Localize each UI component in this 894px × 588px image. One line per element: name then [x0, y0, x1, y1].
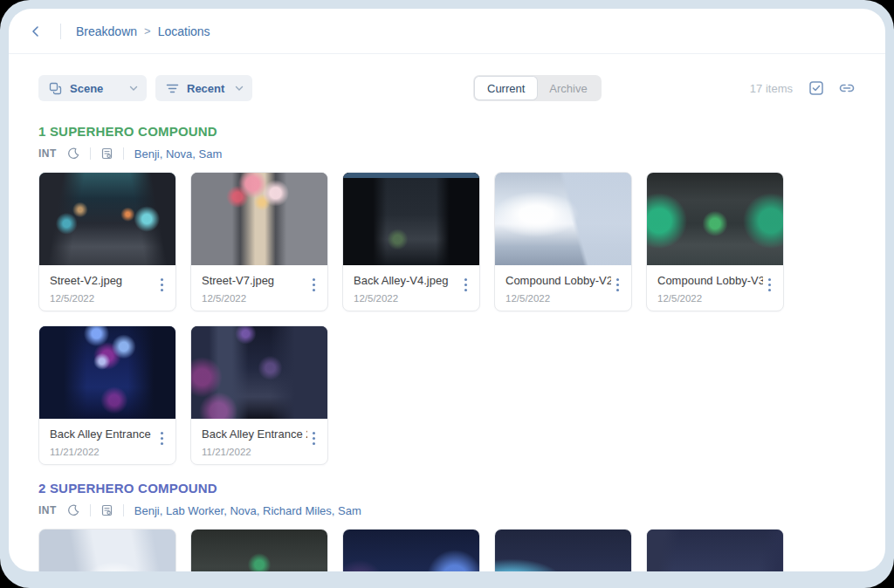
- back-button[interactable]: [26, 22, 45, 41]
- more-options-button[interactable]: [307, 427, 320, 449]
- toolbar: Scene Recent Current Archive: [38, 75, 856, 101]
- location-card[interactable]: Compound Lobby-V3.j... 12/5/2022: [646, 172, 784, 311]
- location-card[interactable]: Back Alley Entrance 11/21/2022: [38, 325, 176, 465]
- file-name: Street-V2.jpeg: [50, 274, 155, 287]
- meta-divider: [90, 504, 91, 516]
- location-thumbnail: [495, 530, 631, 571]
- location-card[interactable]: Street-V2.jpeg 12/5/2022: [38, 172, 176, 311]
- location-thumbnail: [191, 326, 327, 419]
- file-date: 11/21/2022: [50, 447, 155, 457]
- link-icon[interactable]: [838, 82, 856, 94]
- file-date: 12/5/2022: [505, 293, 611, 304]
- location-thumbnail: [495, 173, 631, 265]
- file-date: 11/21/2022: [202, 447, 307, 457]
- content-area: Scene Recent Current Archive: [9, 75, 885, 571]
- breadcrumb-item-breakdown[interactable]: Breakdown: [76, 24, 137, 38]
- file-name: Compound Lobby-V2.j...: [505, 274, 611, 287]
- scene-filter-dropdown[interactable]: Scene: [38, 75, 147, 101]
- scene-filter-label: Scene: [70, 82, 103, 95]
- chevron-down-icon: [129, 85, 138, 92]
- moon-icon: [67, 147, 79, 160]
- sort-filter-label: Recent: [187, 82, 224, 95]
- file-name: Compound Lobby-V3.j...: [657, 274, 763, 287]
- location-thumbnail: [343, 530, 479, 571]
- section-title-1: 1 SUPERHERO COMPOUND: [38, 124, 856, 139]
- file-date: 12/5/2022: [202, 293, 307, 304]
- location-thumbnail: [39, 173, 175, 265]
- toggle-option-archive[interactable]: Archive: [537, 77, 599, 99]
- file-name: Back Alley-V4.jpeg: [354, 274, 459, 287]
- toolbar-right: 17 items: [750, 80, 856, 96]
- location-card[interactable]: [342, 529, 480, 571]
- breadcrumb: Breakdown > Locations: [76, 24, 210, 38]
- location-thumbnail: [191, 530, 327, 571]
- main-panel: Breakdown > Locations Scene: [9, 9, 885, 571]
- file-name: Street-V7.jpeg: [202, 274, 307, 287]
- section-meta-2: INT Benji, Lab Worker, Nova, Richard Mil…: [38, 503, 856, 518]
- location-card[interactable]: [646, 529, 784, 571]
- top-bar: Breakdown > Locations: [9, 9, 885, 54]
- location-card[interactable]: Back Alley-V4.jpeg 12/5/2022: [342, 172, 480, 311]
- script-page-icon[interactable]: [101, 504, 113, 516]
- more-options-button[interactable]: [459, 274, 472, 296]
- more-options-button[interactable]: [155, 274, 168, 296]
- file-name: Back Alley Entrance 2: [202, 427, 307, 441]
- scenes-icon: [49, 82, 62, 95]
- more-options-button[interactable]: [763, 274, 776, 296]
- int-ext-label: INT: [38, 504, 57, 516]
- location-thumbnail: [39, 326, 175, 419]
- chevron-down-icon: [235, 85, 244, 92]
- chevron-left-icon: [29, 24, 43, 38]
- file-name: Back Alley Entrance: [50, 427, 155, 441]
- location-card[interactable]: Compound Lobby-V2.j... 12/5/2022: [494, 172, 632, 311]
- location-card[interactable]: Back Alley Entrance 2 11/21/2022: [190, 325, 328, 465]
- more-options-button[interactable]: [307, 274, 320, 296]
- items-count: 17 items: [750, 82, 793, 95]
- breadcrumb-separator: >: [144, 24, 151, 38]
- topbar-divider: [60, 24, 61, 39]
- section-meta-1: INT Benji, Nova, Sam: [38, 146, 856, 161]
- cast-list[interactable]: Benji, Lab Worker, Nova, Richard Miles, …: [134, 504, 361, 517]
- sort-filter-dropdown[interactable]: Recent: [155, 75, 252, 101]
- file-date: 12/5/2022: [50, 293, 155, 304]
- cast-list[interactable]: Benji, Nova, Sam: [134, 147, 222, 161]
- more-options-button[interactable]: [155, 427, 168, 449]
- location-thumbnail: [343, 173, 479, 265]
- app-window: Breakdown > Locations Scene: [0, 0, 894, 588]
- location-grid-2: [38, 529, 812, 571]
- file-date: 12/5/2022: [354, 293, 459, 304]
- sort-lines-icon: [166, 83, 179, 94]
- meta-divider: [90, 147, 91, 160]
- script-page-icon[interactable]: [101, 147, 113, 160]
- location-thumbnail: [647, 173, 783, 265]
- location-card[interactable]: [190, 529, 328, 571]
- location-thumbnail: [39, 530, 175, 571]
- meta-divider: [123, 504, 124, 516]
- location-grid-1: Street-V2.jpeg 12/5/2022 Street-V7.jpeg …: [38, 172, 812, 465]
- section-title-2: 2 SUPERHERO COMPOUND: [38, 481, 856, 496]
- meta-divider: [123, 147, 124, 160]
- toggle-option-current[interactable]: Current: [475, 77, 537, 99]
- location-thumbnail: [191, 173, 327, 265]
- file-date: 12/5/2022: [657, 293, 763, 304]
- breadcrumb-item-locations[interactable]: Locations: [158, 24, 210, 38]
- current-archive-toggle: Current Archive: [473, 75, 602, 101]
- int-ext-label: INT: [38, 147, 57, 160]
- moon-icon: [67, 504, 79, 516]
- select-checkbox-icon[interactable]: [808, 80, 824, 96]
- location-card[interactable]: [38, 529, 176, 571]
- location-thumbnail: [647, 530, 783, 571]
- location-card[interactable]: [494, 529, 632, 571]
- location-card[interactable]: Street-V7.jpeg 12/5/2022: [190, 172, 328, 311]
- more-options-button[interactable]: [611, 274, 624, 296]
